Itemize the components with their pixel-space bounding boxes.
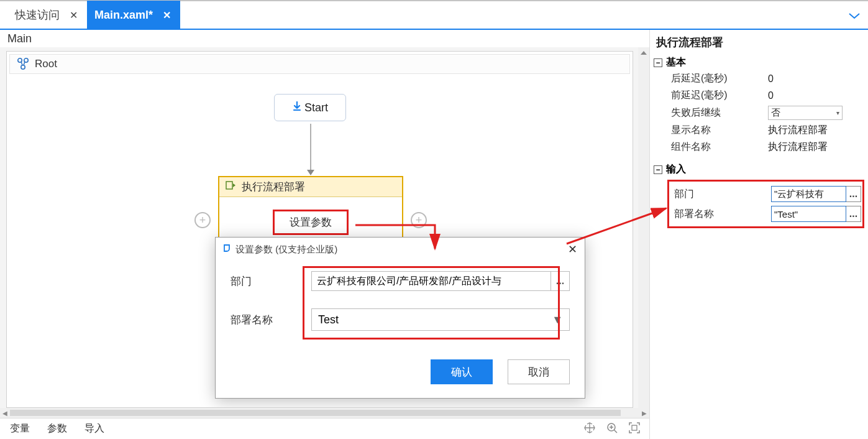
workflow-canvas[interactable]: Root Start xyxy=(6,51,633,408)
add-left-icon[interactable]: + xyxy=(194,212,211,228)
tab-main-xaml[interactable]: Main.xaml* ✕ xyxy=(87,1,180,29)
collapse-icon[interactable]: − xyxy=(654,58,662,67)
scroll-left-icon[interactable]: ◀ xyxy=(2,410,7,417)
svg-rect-4 xyxy=(226,182,232,189)
cancel-button[interactable]: 取消 xyxy=(508,359,570,384)
prop-row-before-delay[interactable]: 前延迟(毫秒) 0 xyxy=(650,87,868,104)
start-node[interactable]: Start xyxy=(274,94,346,121)
set-params-dialog: 设置参数 (仅支持企业版) ✕ 部门 ... xyxy=(215,237,585,399)
horizontal-scrollbar[interactable]: ◀ ▶ xyxy=(0,408,649,418)
dialog-icon xyxy=(223,244,232,255)
prop-row-display-name[interactable]: 显示名称 执行流程部署 xyxy=(650,122,868,139)
close-icon[interactable]: ✕ xyxy=(67,9,80,21)
svg-rect-9 xyxy=(632,425,637,430)
prop-row-after-delay[interactable]: 后延迟(毫秒) 0 xyxy=(650,70,868,87)
close-icon[interactable]: ✕ xyxy=(568,243,577,256)
annotation-highlight: 部门 "云扩科技有 ... 部署名称 "Test" ... xyxy=(667,180,864,228)
dept-label: 部门 xyxy=(231,274,311,289)
section-input-header[interactable]: − 输入 xyxy=(650,162,868,177)
section-basic-header[interactable]: − 基本 xyxy=(650,55,868,70)
chevron-down-icon: ▼ xyxy=(552,313,563,326)
svg-line-6 xyxy=(614,430,618,433)
add-right-icon[interactable]: + xyxy=(411,212,427,228)
dept-browse-button[interactable]: ... xyxy=(846,186,861,202)
prop-row-component-name[interactable]: 组件名称 执行流程部署 xyxy=(650,139,868,155)
tab-import[interactable]: 导入 xyxy=(85,422,104,435)
deploy-name-label: 部署名称 xyxy=(231,313,311,327)
tab-label: Main.xaml* xyxy=(94,9,153,22)
continue-on-fail-select[interactable]: 否 ▾ xyxy=(768,106,843,120)
activity-header: 执行流程部署 xyxy=(219,177,402,197)
tab-quick-access[interactable]: 快速访问 ✕ xyxy=(7,1,87,29)
fit-screen-icon[interactable] xyxy=(628,422,641,437)
deploy-name-browse-button[interactable]: ... xyxy=(846,206,861,222)
tab-bar: 快速访问 ✕ Main.xaml* ✕ xyxy=(0,0,868,30)
tab-parameters[interactable]: 参数 xyxy=(47,422,67,435)
tab-label: 快速访问 xyxy=(15,7,60,22)
activity-title: 执行流程部署 xyxy=(242,180,305,194)
deploy-icon xyxy=(226,180,237,194)
prop-row-continue-on-fail[interactable]: 失败后继续 否 ▾ xyxy=(650,104,868,122)
panel-title: 执行流程部署 xyxy=(650,30,868,55)
dept-value-input[interactable]: "云扩科技有 xyxy=(771,186,846,202)
set-params-button[interactable]: 设置参数 xyxy=(273,210,349,235)
prop-row-dept[interactable]: 部门 "云扩科技有 ... xyxy=(670,184,861,204)
expand-icon[interactable] xyxy=(848,8,861,22)
bottom-tab-bar: 变量 参数 导入 xyxy=(0,418,649,439)
deploy-name-select[interactable]: Test ▼ xyxy=(311,308,570,331)
zoom-in-icon[interactable] xyxy=(606,422,618,437)
svg-point-2 xyxy=(21,65,25,69)
start-icon xyxy=(292,101,302,114)
chevron-down-icon: ▾ xyxy=(836,109,839,116)
dialog-title-text: 设置参数 (仅支持企业版) xyxy=(235,244,337,256)
properties-panel: 执行流程部署 − 基本 后延迟(毫秒) 0 前延迟(毫秒) 0 失败后继续 否 … xyxy=(649,30,868,439)
flowchart-icon xyxy=(16,57,30,71)
scroll-right-icon[interactable]: ▶ xyxy=(642,410,647,417)
editor-area: Main Root Start xyxy=(0,30,649,439)
vertical-scrollbar[interactable] xyxy=(638,47,649,408)
breadcrumb[interactable]: Main xyxy=(0,30,649,47)
prop-row-deploy-name[interactable]: 部署名称 "Test" ... xyxy=(670,204,861,224)
confirm-button[interactable]: 确认 xyxy=(431,359,493,384)
close-icon[interactable]: ✕ xyxy=(160,9,173,21)
start-label: Start xyxy=(304,101,328,114)
pan-icon[interactable] xyxy=(583,422,596,437)
connector-line xyxy=(310,124,311,170)
deploy-name-value-input[interactable]: "Test" xyxy=(771,206,846,222)
root-label: Root xyxy=(35,58,57,70)
root-activity-header[interactable]: Root xyxy=(9,54,630,74)
dept-browse-button[interactable]: ... xyxy=(551,271,570,291)
dept-input[interactable] xyxy=(311,271,551,291)
tab-variables[interactable]: 变量 xyxy=(10,422,30,435)
collapse-icon[interactable]: − xyxy=(654,165,662,174)
